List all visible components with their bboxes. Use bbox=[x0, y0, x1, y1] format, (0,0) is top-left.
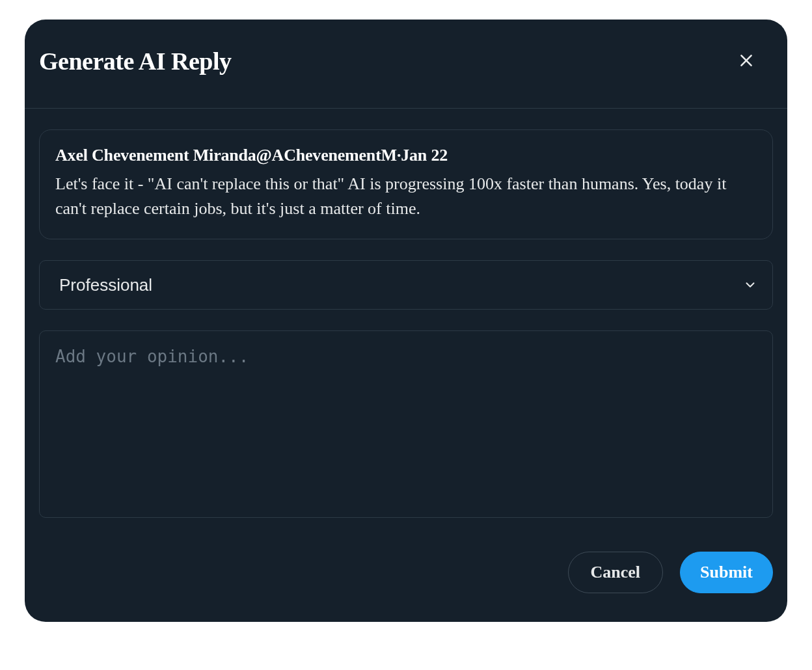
modal-body: Axel Chevenement Miranda@AChevenementM·J… bbox=[25, 109, 787, 527]
source-tweet-card: Axel Chevenement Miranda@AChevenementM·J… bbox=[39, 129, 773, 239]
tweet-text: Let's face it - "AI can't replace this o… bbox=[55, 172, 757, 222]
generate-ai-reply-modal: Generate AI Reply Axel Chevenement Miran… bbox=[25, 20, 787, 622]
modal-header: Generate AI Reply bbox=[25, 20, 787, 109]
submit-button[interactable]: Submit bbox=[680, 552, 773, 593]
cancel-button[interactable]: Cancel bbox=[568, 552, 664, 593]
tone-select-wrap: Professional bbox=[39, 260, 773, 310]
tone-select[interactable]: Professional bbox=[39, 260, 773, 310]
close-button[interactable] bbox=[734, 48, 759, 75]
modal-footer: Cancel Submit bbox=[25, 527, 787, 622]
close-icon bbox=[738, 52, 755, 71]
modal-title: Generate AI Reply bbox=[39, 47, 231, 75]
opinion-input[interactable] bbox=[39, 330, 773, 518]
tweet-author-line: Axel Chevenement Miranda@AChevenementM·J… bbox=[55, 146, 757, 165]
